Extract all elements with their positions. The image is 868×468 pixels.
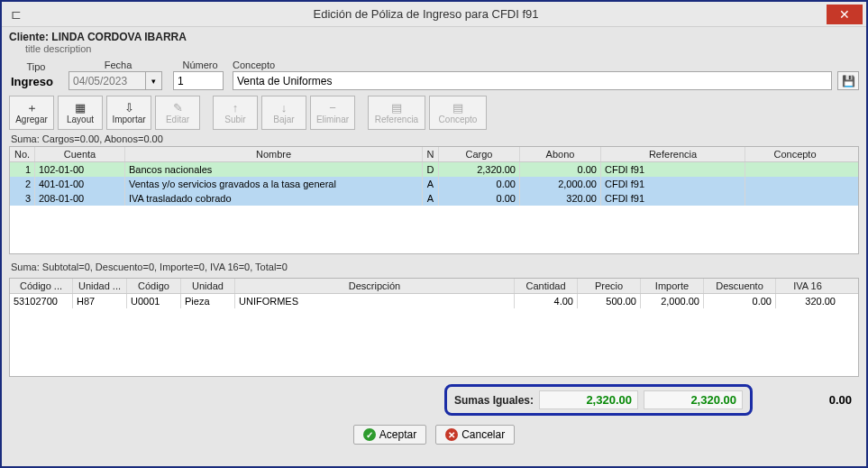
col-codigo[interactable]: Código ... bbox=[10, 279, 73, 293]
cancel-button[interactable]: ✕ Cancelar bbox=[435, 425, 515, 445]
editar-button: ✎Editar bbox=[155, 96, 200, 130]
col-descuento[interactable]: Descuento bbox=[704, 279, 776, 293]
grid2-header: Código ... Unidad ... Código Unidad Desc… bbox=[10, 279, 858, 294]
col-unidad[interactable]: Unidad bbox=[181, 279, 235, 293]
layout-button[interactable]: ▦Layout bbox=[58, 96, 103, 130]
col-importe[interactable]: Importe bbox=[641, 279, 704, 293]
table-row[interactable]: 2401-01-00Ventas y/o servicios gravados … bbox=[10, 177, 858, 191]
tipo-label: Tipo bbox=[9, 61, 63, 72]
col-descripcion[interactable]: Descripción bbox=[235, 279, 515, 293]
table-row[interactable]: 53102700H87U0001PiezaUNIFORMES4.00500.00… bbox=[10, 294, 858, 308]
grid1-header: No. Cuenta Nombre N Cargo Abono Referenc… bbox=[10, 147, 858, 162]
col-unidadc[interactable]: Unidad ... bbox=[73, 279, 127, 293]
total-abono: 2,320.00 bbox=[644, 390, 743, 409]
up-icon: ↑ bbox=[233, 102, 239, 114]
col-precio[interactable]: Precio bbox=[578, 279, 641, 293]
window-frame: ⊏ Edición de Póliza de Ingreso para CFDI… bbox=[0, 0, 868, 468]
table-row[interactable]: 1102-01-00Bancos nacionalesD2,320.000.00… bbox=[10, 162, 858, 177]
total-difference: 0.00 bbox=[758, 391, 857, 408]
concepto-button: ▤Concepto bbox=[429, 96, 487, 130]
numero-label: Número bbox=[173, 60, 227, 70]
subir-button: ↑Subir bbox=[213, 96, 258, 130]
col-nombre[interactable]: Nombre bbox=[125, 147, 423, 161]
accounts-grid[interactable]: No. Cuenta Nombre N Cargo Abono Referenc… bbox=[9, 146, 859, 254]
minus-icon: − bbox=[329, 102, 336, 114]
save-icon-button[interactable]: 💾 bbox=[837, 71, 859, 90]
col-cargo[interactable]: Cargo bbox=[439, 147, 520, 161]
numero-input[interactable] bbox=[173, 71, 224, 90]
col-n[interactable]: N bbox=[423, 147, 439, 161]
concepto-label: Concepto bbox=[233, 60, 832, 70]
col-codigou[interactable]: Código bbox=[127, 279, 181, 293]
fecha-label: Fecha bbox=[69, 60, 168, 70]
referencia-button: ▤Referencia bbox=[368, 96, 425, 130]
sumas-iguales-box: Sumas Iguales: 2,320.00 2,320.00 bbox=[444, 384, 753, 416]
total-cargo: 2,320.00 bbox=[539, 390, 638, 409]
concepto-input[interactable] bbox=[233, 71, 832, 90]
grid2-summary: Suma: Subtotal=0, Descuento=0, Importe=0… bbox=[2, 262, 866, 272]
col-abono[interactable]: Abono bbox=[520, 147, 601, 161]
plus-icon: ＋ bbox=[26, 102, 38, 114]
down-icon: ↓ bbox=[281, 102, 288, 114]
check-icon: ✓ bbox=[363, 428, 376, 441]
client-label: Cliente: bbox=[9, 31, 49, 43]
col-cuenta[interactable]: Cuenta bbox=[35, 147, 125, 161]
title-bar: ⊏ Edición de Póliza de Ingreso para CFDI… bbox=[2, 2, 866, 27]
col-no[interactable]: No. bbox=[10, 147, 35, 161]
layout-icon: ▦ bbox=[75, 102, 86, 114]
cancel-icon: ✕ bbox=[445, 428, 458, 441]
disk-icon: 💾 bbox=[842, 75, 855, 87]
reference-icon: ▤ bbox=[391, 102, 402, 114]
edit-icon: ✎ bbox=[173, 102, 183, 114]
client-info: Cliente: LINDA CORDOVA IBARRA title desc… bbox=[2, 27, 866, 54]
concept-icon: ▤ bbox=[452, 102, 463, 114]
col-concepto[interactable]: Concepto bbox=[745, 147, 845, 161]
totals-row: Sumas Iguales: 2,320.00 2,320.00 0.00 bbox=[2, 379, 866, 421]
accept-button[interactable]: ✓ Aceptar bbox=[353, 425, 426, 445]
col-referencia[interactable]: Referencia bbox=[601, 147, 745, 161]
close-button[interactable]: ✕ bbox=[827, 5, 863, 24]
sumas-iguales-label: Sumas Iguales: bbox=[454, 394, 534, 407]
client-subtitle: title description bbox=[25, 43, 859, 54]
agregar-button[interactable]: ＋Agregar bbox=[9, 96, 54, 130]
importar-button[interactable]: ⇩Importar bbox=[106, 96, 151, 130]
tipo-value: Ingreso bbox=[9, 73, 63, 90]
col-iva[interactable]: IVA 16 bbox=[776, 279, 839, 293]
client-name: LINDA CORDOVA IBARRA bbox=[51, 31, 187, 43]
grid1-summary: Suma: Cargos=0.00, Abonos=0.00 bbox=[2, 133, 866, 144]
import-icon: ⇩ bbox=[124, 102, 134, 114]
eliminar-button: −Eliminar bbox=[310, 96, 355, 130]
table-row[interactable]: 3208-01-00IVA trasladado cobradoA0.00320… bbox=[10, 191, 858, 206]
app-icon: ⊏ bbox=[7, 5, 25, 23]
fecha-input[interactable] bbox=[69, 71, 146, 90]
dialog-buttons: ✓ Aceptar ✕ Cancelar bbox=[2, 421, 866, 450]
bajar-button: ↓Bajar bbox=[261, 96, 306, 130]
window-title: Edición de Póliza de Ingreso para CFDI f… bbox=[25, 7, 827, 21]
items-grid[interactable]: Código ... Unidad ... Código Unidad Desc… bbox=[9, 278, 859, 377]
toolbar: ＋Agregar ▦Layout ⇩Importar ✎Editar ↑Subi… bbox=[2, 94, 866, 133]
form-row: Tipo Ingreso Fecha ▾ Número Concepto 💾 bbox=[2, 54, 866, 94]
col-cantidad[interactable]: Cantidad bbox=[515, 279, 578, 293]
fecha-dropdown-button[interactable]: ▾ bbox=[146, 71, 162, 90]
